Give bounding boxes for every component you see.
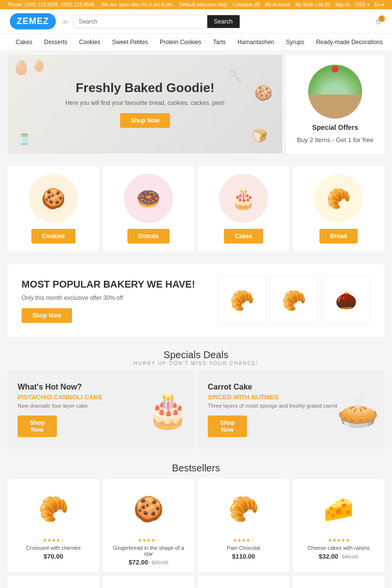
cake-green-top <box>308 65 362 119</box>
product-price-3: $110.00 <box>204 553 283 560</box>
logo[interactable]: ZEMEZ <box>10 13 56 29</box>
bestsellers-grid: 🥐 ★★★★☆ Croissant with cherries $70.00 🍪… <box>8 479 384 572</box>
nav-item-hamantashen[interactable]: Hamantashen <box>232 34 280 50</box>
my-account-link[interactable]: My Account <box>265 2 291 7</box>
product-card-2[interactable]: 🍪 ★★★★☆ Gingerbread in the shape of a st… <box>103 479 194 572</box>
popular-img-2: 🥐 <box>270 276 318 325</box>
product-stars-4: ★★★★★ <box>299 538 378 543</box>
cake-brown-base <box>308 95 362 119</box>
nav-item-ready-made[interactable]: Ready-made Decorations <box>310 34 389 50</box>
side-offer-title: Special Offers <box>312 123 358 131</box>
nav-item-sweet-petites[interactable]: Sweet Petites <box>106 34 154 50</box>
hours-info: We are open Mon-Fri 8 am-8 pm. <box>101 2 174 7</box>
hero-deco-egg: 🥚 <box>13 60 30 76</box>
product-card-5[interactable]: 🥨 ★★★☆☆ Pretzel $18.00 <box>8 576 99 588</box>
product-name-3: Pain Chocolat <box>204 545 283 551</box>
specials-header: Specials Deals HURRY UP DON'T MISS YOUR … <box>0 341 392 371</box>
main-nav: Cakes Desserts Cookies Sweet Petites Pro… <box>0 34 392 51</box>
product-stars-1: ★★★★☆ <box>14 538 93 543</box>
bestsellers-grid-2: 🥨 ★★★☆☆ Pretzel $18.00 🍩 ★★★★☆ Donuts $2… <box>8 576 384 588</box>
product-img-1: 🥐 <box>14 485 93 534</box>
cat-btn-donuts[interactable]: Donuts <box>127 229 169 244</box>
product-card-6[interactable]: 🍩 ★★★★☆ Donuts $24.00 <box>103 576 194 588</box>
nav-item-desserts[interactable]: Desserts <box>38 34 73 50</box>
nav-item-cookies[interactable]: Cookies <box>73 34 106 50</box>
search-input[interactable] <box>74 15 207 28</box>
search-bar: Search <box>74 15 240 28</box>
cat-img-cookies: 🍪 <box>29 174 78 223</box>
compare-link[interactable]: Compare (0) <box>232 2 260 7</box>
wishlist-link[interactable]: My Wish List (0) <box>295 2 330 7</box>
popular-title: MOST POPULAR BAKERY WE HAVE! <box>22 278 196 291</box>
top-bar-left: Phone: (000) 123-8566, (000) 123-8566 We… <box>8 2 173 7</box>
product-name-4: Cheese cakes with raisins <box>299 545 378 551</box>
cat-img-donuts: 🍩 <box>124 174 173 223</box>
hero-deco-cookie: 🍪 <box>254 84 272 101</box>
nav-item-syrups[interactable]: Syrups <box>280 34 310 50</box>
product-price-1: $70.00 <box>14 553 93 560</box>
product-img-2: 🍪 <box>109 485 188 534</box>
special-card-pistachio: What's Hot Now? PISTACHIO CANNOLI CAKE N… <box>8 371 194 449</box>
special-deco-1: 🎂 <box>147 390 189 430</box>
product-card-7[interactable]: 🍫 ★★★★☆ Chocolate Donut $28.00 <box>198 576 289 588</box>
specials-subtitle: HURRY UP DON'T MISS YOUR CHANCE! <box>0 361 392 366</box>
language-selector[interactable]: En ▾ <box>374 2 384 7</box>
product-card-1[interactable]: 🥐 ★★★★☆ Croissant with cherries $70.00 <box>8 479 99 572</box>
currency-selector[interactable]: USD ▾ <box>355 2 369 7</box>
popular-subtitle: Only this month exclusive offer 30% off <box>22 294 196 301</box>
side-offer-subtitle: Buy 2 items - Get 1 for free <box>297 136 373 144</box>
popular-text: MOST POPULAR BAKERY WE HAVE! Only this m… <box>22 278 196 323</box>
top-bar-right: Default welcome msg! Compare (0) My Acco… <box>179 2 384 7</box>
special-deco-2: 🥧 <box>337 390 379 430</box>
popular-images: 🥐 🥐 🌰 <box>196 276 370 325</box>
tagline: .io <box>62 19 68 24</box>
product-card-3[interactable]: 🥐 ★★★★☆ Pain Chocolat $110.00 <box>198 479 289 572</box>
popular-banner: MOST POPULAR BAKERY WE HAVE! Only this m… <box>8 264 384 337</box>
hero-deco-egg2: 🥚 <box>32 60 46 73</box>
product-name-1: Croissant with cherries <box>14 545 93 551</box>
popular-img-3: 🌰 <box>321 276 370 325</box>
special-card-2-cta[interactable]: Shop Now <box>208 416 247 437</box>
sign-in-link[interactable]: Sign In <box>335 2 350 7</box>
cat-card-cakes[interactable]: 🎂 Cakes <box>198 166 289 251</box>
cat-btn-cakes[interactable]: Cakes <box>224 229 263 244</box>
product-img-8: 🧁 <box>299 582 378 588</box>
hero-subtitle: Here you will find your favourite bread,… <box>66 99 225 106</box>
hero-side: Special Offers Buy 2 items - Get 1 for f… <box>286 55 384 153</box>
nav-item-cakes[interactable]: Cakes <box>10 34 38 50</box>
product-stars-2: ★★★★☆ <box>109 538 188 543</box>
hero-title: Freshly Baked Goodie! <box>66 80 225 96</box>
hero-main: 🥚 🥚 🍪 🍞 🫙 🥄 Freshly Baked Goodie! Here y… <box>8 55 282 153</box>
bestsellers-title: Bestsellers <box>0 463 392 474</box>
hero-deco-flour: 🫙 <box>18 133 31 146</box>
cat-btn-bread[interactable]: Bread <box>319 229 358 244</box>
cherry <box>332 66 339 73</box>
cat-card-bread[interactable]: 🥐 Bread <box>293 166 384 251</box>
category-grid: 🍪 Cookies 🍩 Donuts 🎂 Cakes 🥐 Bread <box>8 166 384 251</box>
cat-card-cookies[interactable]: 🍪 Cookies <box>8 166 99 251</box>
hero-content: Freshly Baked Goodie! Here you will find… <box>56 71 235 138</box>
bestsellers-header: Bestsellers <box>0 454 392 479</box>
nav-item-tarts[interactable]: Tarts <box>207 34 232 50</box>
product-name-2: Gingerbread in the shape of a star <box>109 545 188 557</box>
cart-badge: 0 <box>378 15 385 22</box>
header-icons: 🛒 0 <box>375 18 382 24</box>
cat-card-donuts[interactable]: 🍩 Donuts <box>103 166 194 251</box>
specials-grid: What's Hot Now? PISTACHIO CANNOLI CAKE N… <box>8 371 384 449</box>
product-img-3: 🥐 <box>204 485 283 534</box>
cart-icon[interactable]: 🛒 0 <box>375 18 382 24</box>
popular-img-1: 🥐 <box>218 276 267 325</box>
search-button[interactable]: Search <box>207 15 240 28</box>
nav-item-protein-cookies[interactable]: Protein Cookies <box>154 34 207 50</box>
cat-btn-cookies[interactable]: Cookies <box>31 229 76 244</box>
hero-cta-button[interactable]: Shop Now <box>120 113 171 128</box>
product-card-4[interactable]: 🧀 ★★★★★ Cheese cakes with raisins $32.00… <box>293 479 384 572</box>
popular-cta-button[interactable]: Shop Now <box>22 308 72 323</box>
product-card-8[interactable]: 🧁 ★★★★★ Rose Cupcake $35.00 <box>293 576 384 588</box>
welcome-msg[interactable]: Default welcome msg! <box>179 2 227 7</box>
special-card-1-cta[interactable]: Shop Now <box>18 416 57 437</box>
product-price-4: $32.00 $40.00 <box>299 553 378 560</box>
special-card-carrot: Carrot Cake SPICED WITH NUTMEG Three lay… <box>198 371 384 449</box>
product-price-2: $72.00 $99.00 <box>109 559 188 566</box>
phone-info: Phone: (000) 123-8566, (000) 123-8566 <box>8 2 95 7</box>
